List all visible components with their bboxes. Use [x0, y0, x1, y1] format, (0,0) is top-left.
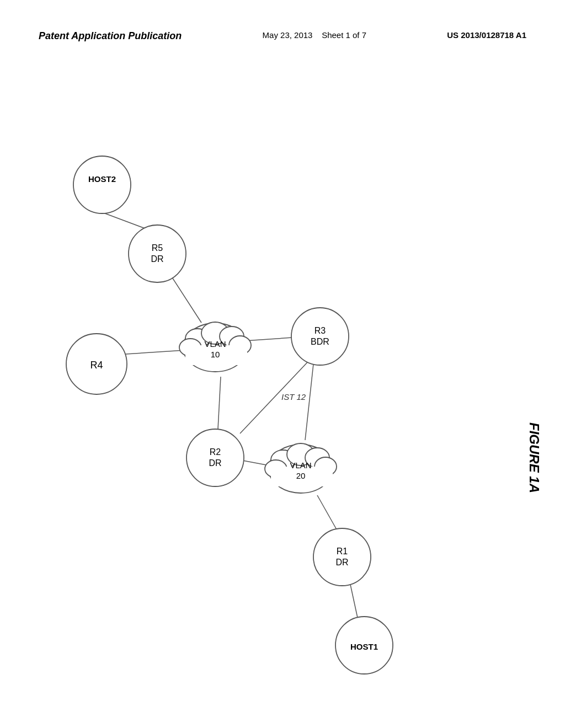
node-r3bdr: [291, 308, 349, 365]
label-vlan10-line1: VLAN: [204, 339, 226, 349]
edge-r3bdr-vlan20: [305, 364, 313, 440]
node-r1dr: [313, 528, 371, 586]
label-r4: R4: [90, 360, 103, 371]
node-host2: [73, 156, 131, 213]
edge-r4-vlan10: [126, 350, 185, 354]
page: Patent Application Publication May 23, 2…: [0, 0, 565, 728]
sheet-info: Sheet 1 of 7: [322, 30, 366, 40]
figure-label: FIGURE 1A: [527, 422, 542, 493]
publication-date: May 23, 2013: [263, 30, 313, 40]
label-vlan20-line1: VLAN: [290, 461, 311, 470]
label-host2: HOST2: [88, 174, 116, 184]
label-r2dr-line2: DR: [209, 458, 221, 468]
label-r3bdr-line2: BDR: [311, 337, 329, 346]
label-r1dr-line1: R1: [337, 547, 348, 556]
label-r1dr-line2: DR: [335, 558, 348, 567]
label-vlan10-line2: 10: [211, 350, 220, 359]
edge-vlan20-r1dr: [317, 495, 337, 529]
ist-label: IST 12: [281, 392, 306, 402]
label-r5dr-line2: DR: [151, 254, 163, 264]
edge-host2-r5dr: [102, 212, 146, 229]
publication-title: Patent Application Publication: [39, 30, 182, 42]
diagram-area: IST 12 HOST2 R5 DR R4 VLAN 10: [0, 72, 565, 706]
node-vlan10: VLAN 10: [179, 322, 251, 372]
label-vlan20-line2: 20: [296, 471, 306, 480]
label-r5dr-line1: R5: [152, 243, 163, 253]
edge-r5dr-vlan10: [171, 276, 201, 323]
label-r3bdr-line1: R3: [315, 326, 326, 335]
publication-date-sheet: May 23, 2013 Sheet 1 of 7: [263, 30, 366, 40]
edge-r1dr-host1: [350, 585, 358, 618]
label-host1: HOST1: [350, 642, 378, 651]
node-r2dr: [186, 429, 244, 486]
publication-number: US 2013/0128718 A1: [447, 30, 526, 40]
edge-vlan10-r2dr: [218, 377, 221, 429]
header: Patent Application Publication May 23, 2…: [0, 0, 565, 42]
node-r5dr: [129, 225, 186, 282]
edge-vlan10-r3bdr: [244, 338, 292, 341]
node-vlan20: VLAN 20: [265, 443, 337, 493]
network-diagram: IST 12 HOST2 R5 DR R4 VLAN 10: [0, 72, 565, 706]
label-r2dr-line1: R2: [210, 447, 221, 457]
